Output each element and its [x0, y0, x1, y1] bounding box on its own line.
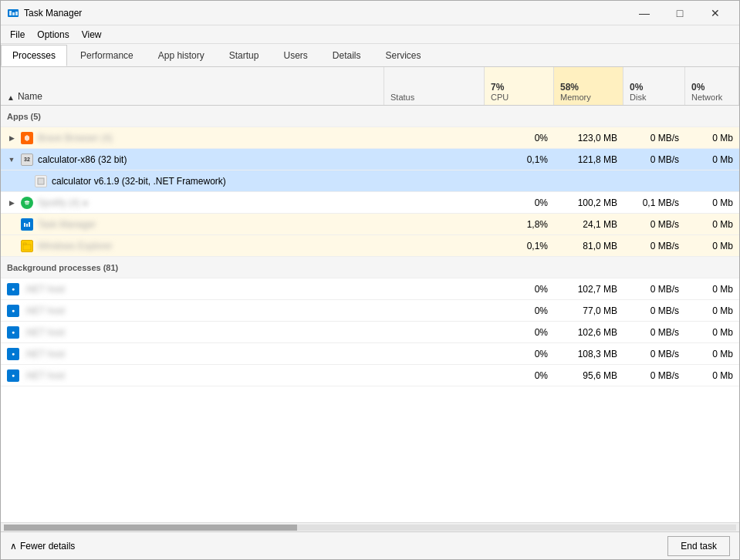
bg1-memory: 102,7 MB — [554, 284, 623, 295]
bg5-disk: 0 MB/s — [623, 370, 685, 381]
menu-options[interactable]: Options — [31, 28, 75, 42]
bg1-network: 0 Mb — [685, 284, 739, 295]
tab-performance[interactable]: Performance — [69, 45, 145, 66]
bg3-name: .NET host — [24, 327, 65, 338]
bg1-cpu: 0% — [485, 284, 554, 295]
bg1-name: .NET host — [24, 284, 65, 295]
col-header-cpu[interactable]: 7% CPU — [485, 67, 554, 105]
bg2-icon: ● — [7, 305, 19, 317]
svg-rect-9 — [26, 224, 28, 227]
calc-child-icon — [35, 175, 47, 187]
name-label: Name — [18, 91, 42, 102]
row-calculator-child[interactable]: calculator v6.1.9 (32-bit, .NET Framewor… — [1, 170, 739, 192]
expand-spotify-icon[interactable]: ▶ — [7, 198, 16, 207]
brave-icon — [21, 132, 33, 144]
col-header-name[interactable]: ▲ Name — [1, 67, 384, 105]
close-button[interactable]: ✕ — [698, 1, 733, 25]
row-bg-1[interactable]: ● .NET host 0% 102,7 MB 0 MB/s 0 Mb — [1, 278, 739, 300]
horizontal-scrollbar[interactable] — [1, 522, 739, 531]
bg2-name: .NET host — [24, 305, 65, 316]
spotify-icon — [21, 197, 33, 209]
explorer-name: Windows Explorer — [38, 241, 113, 251]
bg5-memory: 95,6 MB — [554, 370, 623, 381]
col-header-network[interactable]: 0% Network — [685, 67, 739, 105]
tab-startup[interactable]: Startup — [218, 45, 271, 66]
cpu-percent: 7% — [491, 82, 547, 93]
scrollbar-track — [4, 525, 736, 531]
bg4-memory: 108,3 MB — [554, 349, 623, 359]
bg5-name: .NET host — [24, 370, 65, 381]
expand-calc-icon[interactable]: ▼ — [7, 155, 16, 164]
bg-section-header[interactable]: Background processes (81) — [1, 257, 739, 278]
row-spotify[interactable]: ▶ Spotify (4) ● 0% 100,2 MB 0,1 MB/s — [1, 192, 739, 214]
table-header: ▲ Name Status 7% CPU 58% Memory 0% Disk … — [1, 67, 739, 106]
calc-memory: 121,8 MB — [554, 154, 623, 165]
row-brave[interactable]: ▶ Brave Browser (4) 0% 123,0 MB 0 MB/s 0… — [1, 127, 739, 149]
tab-details[interactable]: Details — [321, 45, 373, 66]
bg3-disk: 0 MB/s — [623, 327, 685, 338]
row-bg-2[interactable]: ● .NET host 0% 77,0 MB 0 MB/s 0 Mb — [1, 300, 739, 322]
brave-disk: 0 MB/s — [623, 133, 685, 143]
bg1-disk: 0 MB/s — [623, 284, 685, 295]
expand-brave-icon[interactable]: ▶ — [7, 133, 16, 143]
fewer-details-arrow: ∧ — [10, 541, 17, 552]
maximize-button[interactable]: □ — [662, 1, 698, 25]
bg5-network: 0 Mb — [685, 370, 739, 381]
brave-network: 0 Mb — [685, 133, 739, 143]
row-calculator[interactable]: ▼ 32 calculator-x86 (32 bit) 0,1% 121,8 … — [1, 149, 739, 170]
bg4-network: 0 Mb — [685, 349, 739, 359]
calc-network: 0 Mb — [685, 154, 739, 165]
table-body: Apps (5) ▶ Brave — [1, 106, 739, 522]
tm-icon — [21, 218, 33, 231]
menu-file[interactable]: File — [4, 28, 31, 42]
tm-memory: 24,1 MB — [554, 219, 623, 230]
svg-rect-5 — [38, 178, 44, 184]
col-header-status[interactable]: Status — [384, 67, 485, 105]
memory-label: Memory — [560, 93, 617, 102]
explorer-memory: 81,0 MB — [554, 241, 623, 251]
explorer-disk: 0 MB/s — [623, 241, 685, 251]
row-bg-5[interactable]: ● .NET host 0% 95,6 MB 0 MB/s 0 Mb — [1, 365, 739, 386]
scrollbar-thumb[interactable] — [4, 525, 297, 531]
svg-rect-1 — [9, 11, 12, 15]
row-explorer[interactable]: ▶ Windows Explorer 0,1% 81,0 MB 0 MB/s 0… — [1, 235, 739, 257]
brave-name: Brave Browser (4) — [38, 133, 113, 143]
minimize-button[interactable]: — — [627, 1, 662, 25]
brave-memory: 123,0 MB — [554, 133, 623, 143]
tabs: Processes Performance App history Startu… — [1, 44, 739, 67]
svg-rect-11 — [23, 245, 31, 250]
explorer-icon — [21, 240, 33, 252]
col-header-disk[interactable]: 0% Disk — [623, 67, 685, 105]
row-task-manager[interactable]: ▶ Task Manager 1,8% 24,1 MB 0 MB/s — [1, 214, 739, 235]
status-label: Status — [390, 93, 478, 102]
apps-section-header[interactable]: Apps (5) — [1, 106, 739, 127]
row-bg-3[interactable]: ● .NET host 0% 102,6 MB 0 MB/s 0 Mb — [1, 322, 739, 343]
bg2-cpu: 0% — [485, 305, 554, 316]
tm-network: 0 Mb — [685, 219, 739, 230]
end-task-button[interactable]: End task — [667, 536, 730, 556]
bg4-cpu: 0% — [485, 349, 554, 359]
window-controls: — □ ✕ — [627, 1, 733, 25]
sort-arrow-icon: ▲ — [7, 93, 15, 102]
cpu-label: CPU — [491, 93, 547, 102]
bg3-cpu: 0% — [485, 327, 554, 338]
tab-services[interactable]: Services — [374, 45, 433, 66]
title-bar: Task Manager — □ ✕ — [1, 1, 739, 25]
bg2-disk: 0 MB/s — [623, 305, 685, 316]
svg-rect-3 — [15, 12, 18, 15]
svg-rect-2 — [12, 12, 15, 15]
spotify-disk: 0,1 MB/s — [623, 197, 685, 208]
col-header-memory[interactable]: 58% Memory — [554, 67, 623, 105]
row-bg-4[interactable]: ● .NET host 0% 108,3 MB 0 MB/s 0 Mb — [1, 343, 739, 365]
fewer-details-label: Fewer details — [20, 541, 75, 552]
tab-users[interactable]: Users — [272, 45, 319, 66]
spotify-cpu: 0% — [485, 197, 554, 208]
brave-cpu: 0% — [485, 133, 554, 143]
memory-percent: 58% — [560, 82, 617, 93]
bg5-icon: ● — [7, 369, 19, 382]
menu-view[interactable]: View — [76, 28, 108, 42]
tab-processes[interactable]: Processes — [1, 45, 67, 66]
fewer-details-button[interactable]: ∧ Fewer details — [10, 541, 75, 552]
tab-app-history[interactable]: App history — [147, 45, 216, 66]
svg-rect-10 — [29, 222, 30, 227]
